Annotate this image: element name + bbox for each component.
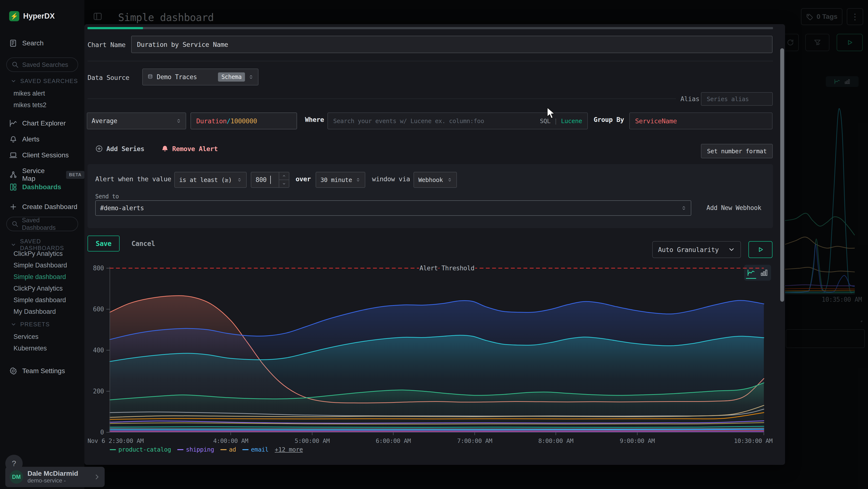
logo-text: HyperDX — [23, 12, 55, 21]
user-card[interactable]: DM Dale McDiarmid demo-service - — [5, 467, 105, 487]
logo[interactable]: ⚡ HyperDX — [9, 11, 55, 21]
selector-icon — [237, 177, 242, 182]
preset-item[interactable]: Kubernetes — [13, 345, 47, 352]
add-series-button[interactable]: Add Series — [95, 145, 145, 152]
remove-alert-button[interactable]: Remove Alert — [161, 145, 218, 152]
data-source-select[interactable]: Demo Traces Schema — [142, 68, 258, 85]
sidebar-item-chart-explorer[interactable]: Chart Explorer — [9, 119, 66, 127]
presets-heading[interactable]: PRESETS — [10, 321, 50, 328]
number-stepper[interactable] — [279, 172, 289, 187]
svg-text:800: 800 — [93, 264, 104, 272]
duration-chart[interactable]: 0200400600800Nov 6 2:30:00 AM4:00:00 AM5… — [110, 265, 764, 434]
dashboards-icon — [9, 183, 18, 191]
svg-text:Alert Threshold: Alert Threshold — [420, 264, 474, 272]
chart-explorer-icon — [9, 119, 18, 127]
group-by-value: ServiceName — [635, 117, 677, 125]
where-label: Where — [305, 116, 324, 123]
preset-item[interactable]: Services — [13, 333, 38, 341]
chevron-up-icon[interactable] — [282, 174, 286, 178]
chevron-down-icon[interactable] — [282, 181, 286, 186]
saved-dashboards-placeholder: Saved Dashboards — [22, 217, 73, 231]
sidebar-item-label: Team Settings — [22, 367, 65, 375]
svg-text:200: 200 — [93, 387, 104, 395]
saved-searches-placeholder: Saved Searches — [22, 61, 68, 68]
dashboard-item[interactable]: ClickPy Analytics — [13, 250, 63, 258]
sidebar-item-client-sessions[interactable]: Client Sessions — [9, 151, 69, 159]
where-search-placeholder: Search your events w/ Lucene ex. column:… — [333, 118, 484, 124]
aggregation-value: Average — [92, 117, 117, 124]
set-number-format-button[interactable]: Set number format — [701, 144, 773, 158]
svg-text:0: 0 — [100, 429, 104, 436]
selector-icon — [176, 118, 181, 123]
legend-swatch — [242, 449, 249, 450]
saved-search-item[interactable]: mikes tets2 — [13, 102, 46, 109]
sidebar-item-label: Search — [22, 39, 44, 47]
chart-name-value: Duration by Service Name — [137, 41, 228, 48]
saved-searches-heading[interactable]: SAVED SEARCHES — [10, 78, 78, 84]
sidebar-item-label: Chart Explorer — [22, 119, 66, 127]
database-icon — [147, 74, 153, 80]
legend-item[interactable]: shipping — [177, 446, 214, 453]
bell-icon — [161, 145, 169, 152]
field-expression-value: Duration/1000000 — [196, 117, 257, 125]
legend-item[interactable]: +12 more — [275, 446, 303, 453]
saved-searches-heading-label: SAVED SEARCHES — [20, 78, 78, 84]
alert-over-label: over — [296, 175, 311, 183]
field-expression-input[interactable]: Duration/1000000 — [190, 113, 297, 130]
alert-condition-value: is at least (≥) — [179, 176, 232, 183]
granularity-select[interactable]: Auto Granularity — [652, 241, 741, 258]
dashboard-item[interactable]: Simple dashboard — [13, 296, 66, 304]
progress-bar-fill — [88, 27, 143, 29]
svg-text:8:00:00 AM: 8:00:00 AM — [538, 437, 574, 444]
alert-threshold-input[interactable]: 800 — [251, 172, 289, 188]
sidebar-item-dashboards[interactable]: Dashboards — [9, 183, 61, 191]
sidebar-item-service-map[interactable]: Service Map BETA — [9, 167, 84, 182]
bell-icon — [9, 135, 18, 143]
alert-window-value: 30 minute — [320, 176, 352, 183]
alert-condition-select[interactable]: is at least (≥) — [174, 172, 247, 188]
create-dashboard-button[interactable]: Create Dashboard — [9, 203, 78, 211]
divider — [88, 61, 773, 61]
legend-item[interactable]: product-catalog — [110, 446, 171, 453]
group-by-input[interactable]: ServiceName — [629, 113, 773, 130]
lucene-toggle[interactable]: Lucene — [561, 118, 582, 124]
query-language-toggle[interactable]: SQL | Lucene — [540, 118, 582, 124]
edit-chart-modal: Chart Name Duration by Service Name Data… — [84, 24, 785, 465]
alias-placeholder: Series alias — [707, 95, 749, 103]
field-token: 1000000 — [230, 117, 257, 125]
chevron-down-icon — [10, 321, 17, 327]
dashboard-item[interactable]: My Dashboard — [13, 308, 56, 315]
save-button[interactable]: Save — [88, 236, 120, 252]
alert-channel-value: Webhook — [418, 176, 443, 183]
svg-text:Nov 6 2:30:00 AM: Nov 6 2:30:00 AM — [88, 437, 144, 444]
play-icon — [757, 246, 764, 253]
modal-scrollbar[interactable] — [780, 48, 784, 302]
legend-item[interactable]: email — [242, 446, 269, 453]
sidebar-item-alerts[interactable]: Alerts — [9, 135, 39, 143]
journal-icon — [9, 39, 18, 47]
sidebar-item-team-settings[interactable]: Team Settings — [9, 367, 65, 375]
saved-search-item[interactable]: mikes alert — [13, 90, 45, 97]
add-new-webhook-link[interactable]: Add New Webhook — [707, 204, 761, 211]
saved-dashboards-input[interactable]: Saved Dashboards — [6, 217, 78, 231]
alert-channel-select[interactable]: Webhook — [413, 172, 457, 188]
cancel-button[interactable]: Cancel — [131, 236, 155, 252]
saved-searches-input[interactable]: Saved Searches — [6, 57, 78, 72]
saved-dashboards-heading[interactable]: SAVED DASHBOARDS — [10, 238, 84, 252]
laptop-icon — [9, 151, 18, 159]
dashboard-item[interactable]: Simple Dashboard — [13, 262, 67, 269]
schema-badge: Schema — [218, 73, 245, 82]
run-chart-button[interactable] — [748, 241, 773, 258]
alert-window-select[interactable]: 30 minute — [316, 172, 365, 188]
data-source-label: Data Source — [88, 74, 129, 81]
sidebar-item-search[interactable]: Search — [9, 39, 44, 47]
legend-item[interactable]: ad — [220, 446, 236, 453]
avatar: DM — [10, 470, 23, 484]
alias-input[interactable]: Series alias — [701, 92, 773, 106]
dashboard-item[interactable]: ClickPy Analytics — [13, 285, 63, 292]
chart-legend[interactable]: product-catalogshippingademail+12 more — [110, 446, 303, 453]
aggregation-select[interactable]: Average — [87, 113, 186, 130]
dashboard-item-active[interactable]: Simple dashboard — [13, 273, 66, 281]
chart-name-input[interactable]: Duration by Service Name — [131, 36, 773, 53]
webhook-select[interactable]: #demo-alerts — [95, 200, 691, 216]
